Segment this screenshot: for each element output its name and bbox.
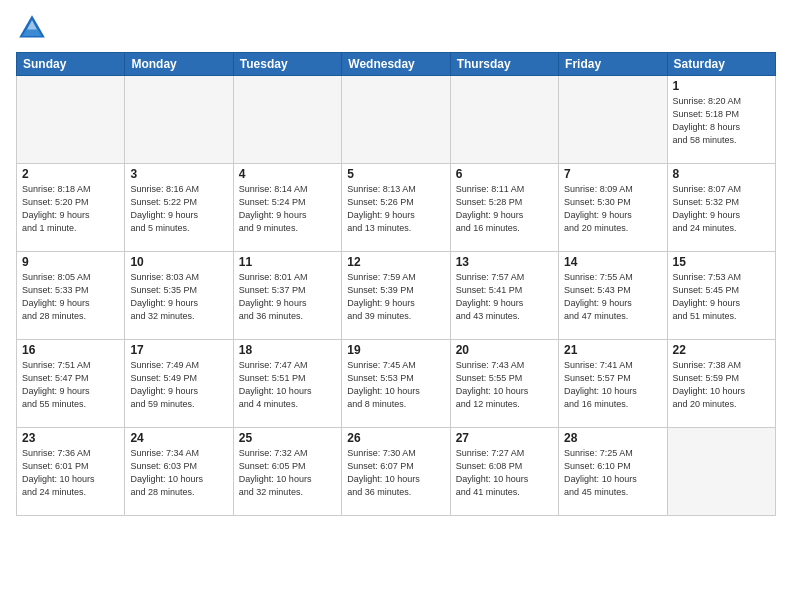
- day-info: Sunrise: 7:45 AM Sunset: 5:53 PM Dayligh…: [347, 359, 444, 411]
- day-info: Sunrise: 8:20 AM Sunset: 5:18 PM Dayligh…: [673, 95, 770, 147]
- day-number: 6: [456, 167, 553, 181]
- day-number: 28: [564, 431, 661, 445]
- day-info: Sunrise: 7:49 AM Sunset: 5:49 PM Dayligh…: [130, 359, 227, 411]
- day-cell: 11Sunrise: 8:01 AM Sunset: 5:37 PM Dayli…: [233, 252, 341, 340]
- day-cell: 15Sunrise: 7:53 AM Sunset: 5:45 PM Dayli…: [667, 252, 775, 340]
- day-cell: 13Sunrise: 7:57 AM Sunset: 5:41 PM Dayli…: [450, 252, 558, 340]
- day-cell: 17Sunrise: 7:49 AM Sunset: 5:49 PM Dayli…: [125, 340, 233, 428]
- day-number: 1: [673, 79, 770, 93]
- day-number: 7: [564, 167, 661, 181]
- weekday-header-thursday: Thursday: [450, 53, 558, 76]
- day-info: Sunrise: 7:36 AM Sunset: 6:01 PM Dayligh…: [22, 447, 119, 499]
- day-cell: 12Sunrise: 7:59 AM Sunset: 5:39 PM Dayli…: [342, 252, 450, 340]
- day-cell: 27Sunrise: 7:27 AM Sunset: 6:08 PM Dayli…: [450, 428, 558, 516]
- day-cell: 16Sunrise: 7:51 AM Sunset: 5:47 PM Dayli…: [17, 340, 125, 428]
- day-info: Sunrise: 8:07 AM Sunset: 5:32 PM Dayligh…: [673, 183, 770, 235]
- day-cell: 19Sunrise: 7:45 AM Sunset: 5:53 PM Dayli…: [342, 340, 450, 428]
- day-info: Sunrise: 7:59 AM Sunset: 5:39 PM Dayligh…: [347, 271, 444, 323]
- day-number: 21: [564, 343, 661, 357]
- day-number: 5: [347, 167, 444, 181]
- week-row-4: 23Sunrise: 7:36 AM Sunset: 6:01 PM Dayli…: [17, 428, 776, 516]
- day-cell: [559, 76, 667, 164]
- day-number: 11: [239, 255, 336, 269]
- week-row-3: 16Sunrise: 7:51 AM Sunset: 5:47 PM Dayli…: [17, 340, 776, 428]
- day-number: 20: [456, 343, 553, 357]
- day-number: 16: [22, 343, 119, 357]
- day-info: Sunrise: 8:13 AM Sunset: 5:26 PM Dayligh…: [347, 183, 444, 235]
- weekday-header-monday: Monday: [125, 53, 233, 76]
- day-info: Sunrise: 8:03 AM Sunset: 5:35 PM Dayligh…: [130, 271, 227, 323]
- week-row-1: 2Sunrise: 8:18 AM Sunset: 5:20 PM Daylig…: [17, 164, 776, 252]
- day-info: Sunrise: 8:09 AM Sunset: 5:30 PM Dayligh…: [564, 183, 661, 235]
- day-cell: [667, 428, 775, 516]
- day-cell: 21Sunrise: 7:41 AM Sunset: 5:57 PM Dayli…: [559, 340, 667, 428]
- page: SundayMondayTuesdayWednesdayThursdayFrid…: [0, 0, 792, 612]
- day-info: Sunrise: 8:16 AM Sunset: 5:22 PM Dayligh…: [130, 183, 227, 235]
- day-cell: 9Sunrise: 8:05 AM Sunset: 5:33 PM Daylig…: [17, 252, 125, 340]
- day-cell: [233, 76, 341, 164]
- day-number: 24: [130, 431, 227, 445]
- day-info: Sunrise: 7:34 AM Sunset: 6:03 PM Dayligh…: [130, 447, 227, 499]
- weekday-header-wednesday: Wednesday: [342, 53, 450, 76]
- day-info: Sunrise: 7:38 AM Sunset: 5:59 PM Dayligh…: [673, 359, 770, 411]
- day-info: Sunrise: 7:55 AM Sunset: 5:43 PM Dayligh…: [564, 271, 661, 323]
- week-row-2: 9Sunrise: 8:05 AM Sunset: 5:33 PM Daylig…: [17, 252, 776, 340]
- day-cell: [17, 76, 125, 164]
- day-cell: 22Sunrise: 7:38 AM Sunset: 5:59 PM Dayli…: [667, 340, 775, 428]
- day-cell: 7Sunrise: 8:09 AM Sunset: 5:30 PM Daylig…: [559, 164, 667, 252]
- day-number: 9: [22, 255, 119, 269]
- day-number: 17: [130, 343, 227, 357]
- day-number: 19: [347, 343, 444, 357]
- day-number: 3: [130, 167, 227, 181]
- day-number: 27: [456, 431, 553, 445]
- day-cell: [342, 76, 450, 164]
- day-cell: 2Sunrise: 8:18 AM Sunset: 5:20 PM Daylig…: [17, 164, 125, 252]
- day-info: Sunrise: 7:43 AM Sunset: 5:55 PM Dayligh…: [456, 359, 553, 411]
- day-info: Sunrise: 7:32 AM Sunset: 6:05 PM Dayligh…: [239, 447, 336, 499]
- day-number: 14: [564, 255, 661, 269]
- day-info: Sunrise: 7:51 AM Sunset: 5:47 PM Dayligh…: [22, 359, 119, 411]
- weekday-header-friday: Friday: [559, 53, 667, 76]
- day-number: 26: [347, 431, 444, 445]
- day-cell: 3Sunrise: 8:16 AM Sunset: 5:22 PM Daylig…: [125, 164, 233, 252]
- day-number: 2: [22, 167, 119, 181]
- day-info: Sunrise: 8:14 AM Sunset: 5:24 PM Dayligh…: [239, 183, 336, 235]
- day-cell: 1Sunrise: 8:20 AM Sunset: 5:18 PM Daylig…: [667, 76, 775, 164]
- weekday-header-saturday: Saturday: [667, 53, 775, 76]
- day-info: Sunrise: 7:57 AM Sunset: 5:41 PM Dayligh…: [456, 271, 553, 323]
- day-info: Sunrise: 8:01 AM Sunset: 5:37 PM Dayligh…: [239, 271, 336, 323]
- day-cell: 25Sunrise: 7:32 AM Sunset: 6:05 PM Dayli…: [233, 428, 341, 516]
- day-info: Sunrise: 7:25 AM Sunset: 6:10 PM Dayligh…: [564, 447, 661, 499]
- weekday-header-row: SundayMondayTuesdayWednesdayThursdayFrid…: [17, 53, 776, 76]
- day-cell: 6Sunrise: 8:11 AM Sunset: 5:28 PM Daylig…: [450, 164, 558, 252]
- weekday-header-sunday: Sunday: [17, 53, 125, 76]
- day-info: Sunrise: 7:41 AM Sunset: 5:57 PM Dayligh…: [564, 359, 661, 411]
- day-info: Sunrise: 7:27 AM Sunset: 6:08 PM Dayligh…: [456, 447, 553, 499]
- day-cell: 23Sunrise: 7:36 AM Sunset: 6:01 PM Dayli…: [17, 428, 125, 516]
- weekday-header-tuesday: Tuesday: [233, 53, 341, 76]
- day-cell: 26Sunrise: 7:30 AM Sunset: 6:07 PM Dayli…: [342, 428, 450, 516]
- day-cell: 4Sunrise: 8:14 AM Sunset: 5:24 PM Daylig…: [233, 164, 341, 252]
- day-cell: 18Sunrise: 7:47 AM Sunset: 5:51 PM Dayli…: [233, 340, 341, 428]
- day-info: Sunrise: 8:11 AM Sunset: 5:28 PM Dayligh…: [456, 183, 553, 235]
- day-info: Sunrise: 8:18 AM Sunset: 5:20 PM Dayligh…: [22, 183, 119, 235]
- day-number: 18: [239, 343, 336, 357]
- logo-icon: [16, 12, 48, 44]
- day-number: 22: [673, 343, 770, 357]
- day-number: 25: [239, 431, 336, 445]
- day-cell: 24Sunrise: 7:34 AM Sunset: 6:03 PM Dayli…: [125, 428, 233, 516]
- day-info: Sunrise: 8:05 AM Sunset: 5:33 PM Dayligh…: [22, 271, 119, 323]
- day-number: 15: [673, 255, 770, 269]
- day-info: Sunrise: 7:53 AM Sunset: 5:45 PM Dayligh…: [673, 271, 770, 323]
- day-number: 10: [130, 255, 227, 269]
- logo: [16, 12, 52, 44]
- day-number: 12: [347, 255, 444, 269]
- day-number: 23: [22, 431, 119, 445]
- day-number: 8: [673, 167, 770, 181]
- day-cell: 5Sunrise: 8:13 AM Sunset: 5:26 PM Daylig…: [342, 164, 450, 252]
- day-cell: [125, 76, 233, 164]
- week-row-0: 1Sunrise: 8:20 AM Sunset: 5:18 PM Daylig…: [17, 76, 776, 164]
- day-cell: 28Sunrise: 7:25 AM Sunset: 6:10 PM Dayli…: [559, 428, 667, 516]
- day-cell: [450, 76, 558, 164]
- day-info: Sunrise: 7:47 AM Sunset: 5:51 PM Dayligh…: [239, 359, 336, 411]
